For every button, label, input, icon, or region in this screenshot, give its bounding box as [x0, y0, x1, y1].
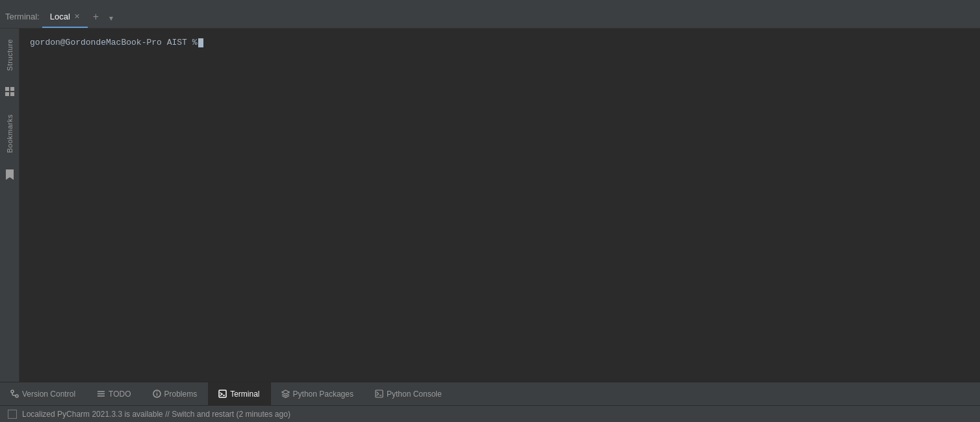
terminal-cursor [198, 38, 203, 47]
sidebar-item-structure[interactable]: Structure [3, 29, 16, 81]
svg-point-4 [11, 390, 14, 393]
svg-point-5 [16, 395, 18, 397]
tab-problems[interactable]: Problems [142, 382, 209, 405]
tab-local-label: Local [50, 12, 70, 21]
console-icon [375, 390, 383, 398]
tab-version-control-label: Version Control [22, 390, 75, 399]
tab-version-control[interactable]: Version Control [0, 382, 86, 405]
tab-terminal-label: Terminal [230, 390, 259, 399]
info-icon [153, 390, 161, 398]
tab-problems-label: Problems [164, 390, 198, 399]
svg-rect-1 [10, 87, 14, 91]
branch-icon [10, 390, 19, 398]
tab-todo[interactable]: TODO [86, 382, 142, 405]
tab-bar-label: Terminal: [5, 12, 40, 28]
tab-python-console[interactable]: Python Console [365, 382, 453, 405]
svg-rect-0 [5, 87, 9, 91]
list-icon [97, 390, 105, 398]
sidebar-item-bookmarks[interactable]: Bookmarks [3, 104, 16, 164]
tab-todo-label: TODO [109, 390, 131, 399]
tab-python-console-label: Python Console [387, 390, 442, 399]
svg-rect-3 [10, 92, 14, 96]
tab-python-packages-label: Python Packages [293, 390, 354, 399]
status-bar: Localized PyCharm 2021.3.3 is available … [0, 405, 980, 422]
tab-local[interactable]: Local ✕ [42, 8, 88, 28]
bottom-toolbar: Version Control TODO Problems [0, 382, 980, 405]
status-message: Localized PyCharm 2021.3.3 is available … [22, 410, 290, 419]
status-checkbox[interactable] [8, 410, 17, 419]
terminal-prompt: gordon@GordondeMacBook-Pro AIST % [30, 36, 970, 49]
tab-bar: Terminal: Local ✕ + ▾ [0, 0, 980, 29]
bookmark-icon[interactable] [5, 164, 15, 188]
tab-dropdown-button[interactable]: ▾ [104, 10, 118, 28]
main-content: Structure Bookmarks gordon@GordondeMacBo… [0, 29, 980, 382]
terminal-area[interactable]: gordon@GordondeMacBook-Pro AIST % [19, 29, 980, 382]
tab-terminal[interactable]: Terminal [208, 382, 270, 405]
svg-rect-2 [5, 92, 9, 96]
tab-close-button[interactable]: ✕ [74, 12, 80, 21]
svg-point-11 [156, 391, 157, 393]
tab-python-packages[interactable]: Python Packages [271, 382, 365, 405]
bookmarks-label: Bookmarks [6, 114, 14, 153]
svg-rect-14 [376, 390, 383, 397]
layout-icon[interactable] [5, 81, 15, 104]
structure-label: Structure [6, 39, 14, 71]
terminal-icon [218, 390, 227, 398]
layers-icon [281, 390, 290, 398]
tab-add-button[interactable]: + [88, 7, 104, 28]
terminal-prompt-text: gordon@GordondeMacBook-Pro AIST % [30, 36, 197, 49]
side-panels: Structure Bookmarks [0, 29, 19, 382]
